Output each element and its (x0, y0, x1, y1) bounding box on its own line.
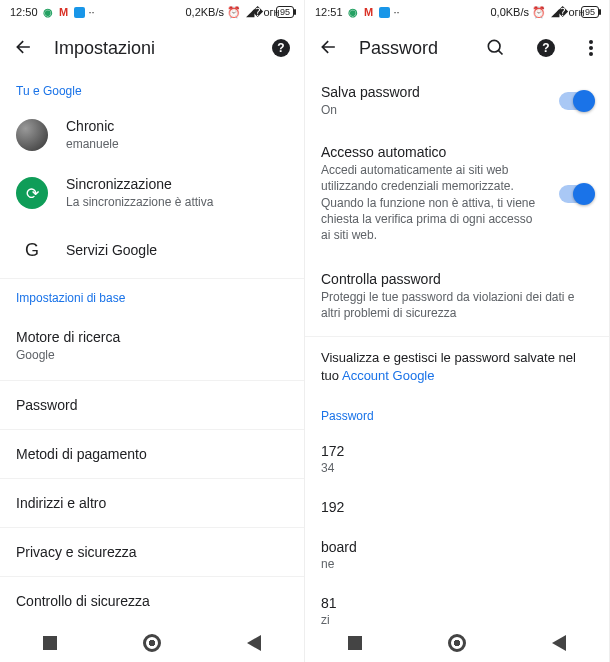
status-bar: 12:51 ◉ M ·· 0,0KB/s ⏰ ◢ �огн 95 (305, 0, 609, 24)
save-passwords-sub: On (321, 102, 541, 118)
google-services-label: Servizi Google (66, 242, 288, 258)
sync-title: Sincronizzazione (66, 176, 288, 192)
page-title: Password (359, 38, 465, 59)
net-speed: 0,0KB/s (490, 6, 529, 18)
search-engine-row[interactable]: Motore di ricerca Google (0, 313, 304, 380)
account-row[interactable]: Chronic emanuele (0, 106, 304, 164)
nav-back[interactable] (552, 635, 566, 651)
svg-point-0 (488, 40, 500, 52)
auto-signin-sub: Accedi automaticamente ai siti web utili… (321, 162, 541, 243)
settings-screen: 12:50 ◉ M ·· 0,2KB/s ⏰ ◢ �огн 95 Imposta… (0, 0, 305, 662)
auto-signin-title: Accesso automatico (321, 144, 541, 160)
search-engine-sub: Google (16, 347, 288, 363)
password-entry[interactable]: 81 zi (305, 583, 609, 624)
google-icon: G (16, 234, 48, 266)
account-google-link[interactable]: Account Google (342, 368, 435, 383)
sync-row[interactable]: ⟳ Sincronizzazione La sincronizzazione è… (0, 164, 304, 222)
search-button[interactable] (485, 37, 505, 60)
app-icon (379, 7, 390, 18)
save-passwords-toggle[interactable] (559, 92, 593, 110)
auto-signin-row[interactable]: Accesso automatico Accedi automaticament… (305, 130, 609, 257)
overflow-menu[interactable] (587, 38, 595, 58)
addresses-row[interactable]: Indirizzi e altro (0, 479, 304, 528)
account-name: Chronic (66, 118, 288, 134)
check-passwords-sub: Proteggi le tue password da violazioni d… (321, 289, 593, 321)
auto-signin-toggle[interactable] (559, 185, 593, 203)
search-engine-title: Motore di ricerca (16, 329, 288, 345)
more-notifications: ·· (89, 6, 95, 18)
gmail-icon: M (58, 6, 70, 18)
status-time: 12:50 (10, 6, 38, 18)
help-button[interactable]: ? (272, 39, 290, 57)
nav-recents[interactable] (348, 636, 362, 650)
nav-recents[interactable] (43, 636, 57, 650)
wifi-icon: �огн (260, 6, 272, 18)
password-entry[interactable]: 172 34 (305, 431, 609, 487)
net-speed: 0,2KB/s (185, 6, 224, 18)
battery-indicator: 95 (581, 6, 599, 18)
password-row[interactable]: Password (0, 381, 304, 430)
whatsapp-icon: ◉ (42, 6, 54, 18)
nav-home[interactable] (143, 634, 161, 652)
sync-icon: ⟳ (16, 177, 48, 209)
battery-indicator: 95 (276, 6, 294, 18)
section-basic: Impostazioni di base (0, 279, 304, 313)
status-bar: 12:50 ◉ M ·· 0,2KB/s ⏰ ◢ �огн 95 (0, 0, 304, 24)
sync-sub: La sincronizzazione è attiva (66, 194, 288, 210)
app-icon (74, 7, 85, 18)
status-time: 12:51 (315, 6, 343, 18)
payment-row[interactable]: Metodi di pagamento (0, 430, 304, 479)
safety-check-row[interactable]: Controllo di sicurezza (0, 577, 304, 624)
nav-bar (305, 624, 609, 662)
save-passwords-title: Salva password (321, 84, 541, 100)
gmail-icon: M (363, 6, 375, 18)
back-button[interactable] (319, 37, 339, 60)
check-passwords-title: Controlla password (321, 271, 593, 287)
save-passwords-row[interactable]: Salva password On (305, 72, 609, 130)
nav-home[interactable] (448, 634, 466, 652)
manage-note: Visualizza e gestisci le password salvat… (305, 337, 609, 397)
password-entry[interactable]: board ne (305, 527, 609, 583)
wifi-icon: �огн (565, 6, 577, 18)
help-button[interactable]: ? (537, 39, 555, 57)
alarm-icon: ⏰ (228, 6, 240, 18)
alarm-icon: ⏰ (533, 6, 545, 18)
back-button[interactable] (14, 37, 34, 60)
account-user: emanuele (66, 136, 288, 152)
password-screen: 12:51 ◉ M ·· 0,0KB/s ⏰ ◢ �огн 95 Passwor… (305, 0, 610, 662)
nav-bar (0, 624, 304, 662)
section-you-google: Tu e Google (0, 72, 304, 106)
nav-back[interactable] (247, 635, 261, 651)
privacy-row[interactable]: Privacy e sicurezza (0, 528, 304, 577)
more-notifications: ·· (394, 6, 400, 18)
page-title: Impostazioni (54, 38, 252, 59)
check-passwords-row[interactable]: Controlla password Proteggi le tue passw… (305, 257, 609, 336)
password-entry[interactable]: 192 (305, 487, 609, 527)
app-bar: Impostazioni ? (0, 24, 304, 72)
section-passwords: Password (305, 397, 609, 431)
app-bar: Password ? (305, 24, 609, 72)
avatar-icon (16, 119, 48, 151)
whatsapp-icon: ◉ (347, 6, 359, 18)
google-services-row[interactable]: G Servizi Google (0, 222, 304, 279)
